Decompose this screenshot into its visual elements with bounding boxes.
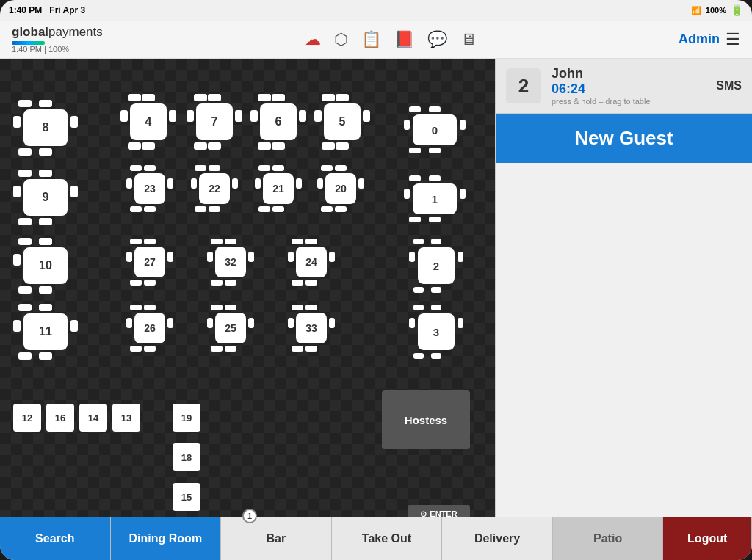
selected-table-badge: 2 — [506, 68, 541, 103]
table-18[interactable]: 18 — [173, 443, 200, 471]
table-9[interactable]: 9 — [16, 172, 75, 222]
clipboard-icon[interactable]: 📋 — [361, 30, 381, 49]
table-12[interactable]: 12 — [13, 404, 41, 432]
table-15[interactable]: 15 — [173, 483, 200, 511]
monitor-icon[interactable]: 🖥 — [460, 30, 477, 49]
logo-area: globalpayments 1:40 PM | 100% — [12, 25, 103, 54]
table-26[interactable]: 26 — [129, 307, 171, 349]
enter-arrow-icon: ⊙ — [420, 509, 427, 518]
table-19[interactable]: 19 — [173, 404, 200, 432]
sms-button[interactable]: SMS — [716, 79, 742, 92]
hostess-station: Hostess — [382, 390, 470, 449]
date-display: Fri Apr 3 — [49, 5, 85, 15]
tab-take-out[interactable]: Take Out — [332, 517, 443, 560]
table-16[interactable]: 16 — [46, 404, 74, 432]
wifi-icon: 📶 — [691, 6, 701, 15]
table-20[interactable]: 20 — [319, 167, 362, 210]
table-25[interactable]: 25 — [209, 307, 252, 349]
logo-brand: globalpayments — [12, 25, 103, 40]
time-display: 1:40 PM — [9, 5, 42, 15]
table-2[interactable]: 2 — [411, 241, 461, 291]
top-nav: globalpayments 1:40 PM | 100% ☁ ⬡ 📋 📕 💬 … — [0, 21, 752, 59]
guest-list-area — [496, 163, 752, 517]
logo-global-text: global — [12, 25, 48, 40]
table-24[interactable]: 24 — [290, 241, 333, 283]
table-10[interactable]: 10 — [16, 241, 75, 291]
floor-plan: 4 7 6 — [0, 59, 495, 517]
tab-patio[interactable]: Patio — [553, 517, 664, 560]
tab-bar[interactable]: Bar — [221, 517, 332, 560]
book-icon[interactable]: 📕 — [394, 30, 414, 49]
status-bar-right: 📶 100% 🔋 — [691, 4, 743, 16]
enter-sign: ⊙ ENTER — [408, 505, 470, 517]
guest-header: 2 John 06:24 press & hold – drag to tabl… — [496, 59, 752, 114]
table-5[interactable]: 5 — [317, 97, 367, 147]
main-content: 4 7 6 — [0, 59, 752, 517]
table-13[interactable]: 13 — [112, 404, 140, 432]
table-8[interactable]: 8 — [16, 103, 75, 153]
tab-logout[interactable]: Logout — [663, 517, 752, 560]
table-33[interactable]: 33 — [290, 307, 333, 349]
nav-icons: ☁ ⬡ 📋 📕 💬 🖥 — [305, 30, 477, 49]
hamburger-menu-icon[interactable]: ☰ — [726, 30, 740, 49]
chat-icon[interactable]: 💬 — [427, 30, 447, 49]
admin-label: Admin — [679, 32, 720, 47]
guest-time: 06:24 — [552, 81, 706, 97]
table-32[interactable]: 32 — [209, 241, 252, 283]
tab-badge: 1 — [242, 509, 257, 523]
guest-hint: press & hold – drag to table — [552, 97, 706, 106]
table-4[interactable]: 4 — [123, 97, 173, 147]
tab-dining-room[interactable]: Dining Room — [111, 517, 222, 560]
table-6[interactable]: 6 — [253, 97, 303, 147]
admin-area: Admin ☰ — [679, 30, 740, 49]
bottom-tabs: Search Dining Room Bar Take Out Delivery… — [0, 517, 752, 560]
network-icon[interactable]: ⬡ — [334, 30, 348, 49]
status-bar-left: 1:40 PM Fri Apr 3 — [9, 5, 85, 15]
logo-payments-text: payments — [48, 25, 103, 40]
status-bar: 1:40 PM Fri Apr 3 📶 100% 🔋 — [0, 0, 752, 21]
cloud-upload-icon[interactable]: ☁ — [305, 30, 321, 49]
tab-search[interactable]: Search — [0, 517, 111, 560]
table-22[interactable]: 22 — [193, 167, 236, 210]
guest-name: John — [552, 66, 706, 81]
table-3[interactable]: 3 — [411, 307, 461, 357]
battery-icon: 🔋 — [731, 4, 743, 16]
logo-subtitle: 1:40 PM | 100% — [12, 45, 103, 54]
table-11[interactable]: 11 — [16, 307, 75, 357]
table-0[interactable]: 0 — [406, 109, 463, 151]
table-7[interactable]: 7 — [189, 97, 239, 147]
table-1[interactable]: 1 — [406, 178, 463, 220]
battery-display: 100% — [706, 6, 726, 15]
table-23[interactable]: 23 — [129, 167, 171, 210]
table-21[interactable]: 21 — [257, 167, 300, 210]
new-guest-button[interactable]: New Guest — [496, 114, 752, 163]
table-14[interactable]: 14 — [79, 404, 107, 432]
table-27[interactable]: 27 — [129, 241, 171, 283]
tab-delivery[interactable]: Delivery — [442, 517, 553, 560]
right-panel: 2 John 06:24 press & hold – drag to tabl… — [495, 59, 752, 517]
guest-info: John 06:24 press & hold – drag to table — [552, 66, 706, 106]
